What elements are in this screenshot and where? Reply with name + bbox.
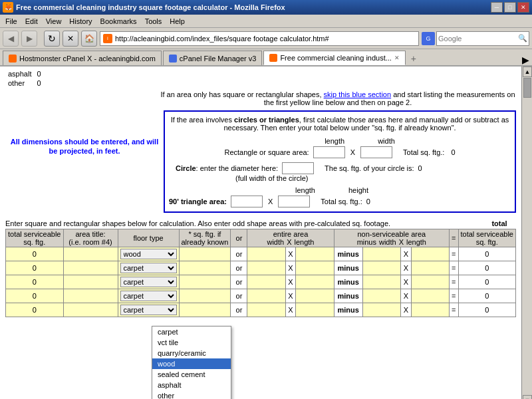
refresh-button[interactable]: ↻ — [44, 31, 60, 47]
row1-length-input[interactable] — [300, 248, 330, 260]
row4-ns-length[interactable] — [415, 290, 445, 302]
tab-label-0: Hostmonster cPanel X - acleaningbid.com — [19, 55, 156, 63]
row2-width[interactable] — [251, 262, 281, 274]
menu-edit[interactable]: Edit — [21, 16, 42, 27]
main-table: total serviceable sq. ftg. area title: (… — [5, 229, 516, 317]
row2-floor-select[interactable]: carpetvct tilequarry/ceramicwoodsealed c… — [120, 263, 177, 273]
row5-title-input[interactable] — [66, 304, 116, 316]
rect-width-input[interactable] — [360, 146, 392, 158]
dropdown-quarry-ceramic[interactable]: quarry/ceramic — [152, 348, 231, 358]
row4-sq-known[interactable] — [190, 290, 219, 302]
row2-ns-width[interactable] — [366, 262, 396, 274]
window-title: Free commercial cleaning industry square… — [16, 3, 285, 11]
row2-title-input[interactable] — [66, 262, 116, 274]
menu-bookmarks[interactable]: Bookmarks — [96, 16, 141, 27]
row1-floor-select[interactable]: carpet vct tile quarry/ceramic wood seal… — [120, 249, 177, 259]
row2-ns-length[interactable] — [415, 262, 445, 274]
dropdown-other[interactable]: other — [152, 390, 231, 399]
menu-help[interactable]: Help — [166, 16, 189, 27]
row3-total-input[interactable] — [19, 276, 49, 288]
row3-ns-width[interactable] — [366, 276, 396, 288]
asphalt-label: asphalt — [5, 69, 34, 78]
row3-floor-select[interactable]: carpetvct tilequarry/ceramicwoodsealed c… — [120, 277, 177, 287]
row5-sq-known[interactable] — [190, 304, 219, 316]
row1-ns-length-input[interactable] — [415, 248, 445, 260]
dropdown-wood[interactable]: wood — [152, 358, 231, 369]
row1-title-input[interactable] — [66, 248, 116, 260]
row1-sq-known-input[interactable] — [190, 248, 219, 260]
row1-result: 0 — [458, 247, 516, 261]
dropdown-carpet[interactable]: carpet — [152, 327, 231, 337]
row4-floor-select[interactable]: carpetvct tilequarry/ceramicwoodsealed c… — [120, 291, 177, 301]
row5-ns-length[interactable] — [415, 304, 445, 316]
row4-length[interactable] — [300, 290, 330, 302]
row3-width[interactable] — [251, 276, 281, 288]
forward-button[interactable]: ▶ — [21, 31, 37, 47]
search-input[interactable] — [438, 35, 518, 43]
row5-floor-select[interactable]: carpetvct tilequarry/ceramicwoodsealed c… — [120, 305, 177, 315]
row4-total-input[interactable] — [19, 290, 49, 302]
row5-total-input[interactable] — [19, 304, 49, 316]
tab-icon-2 — [269, 54, 277, 62]
scroll-up-button[interactable]: ▲ — [523, 66, 532, 77]
stop-button[interactable]: ✕ — [63, 31, 78, 47]
row1-ns-width-input[interactable] — [366, 248, 396, 260]
row1-eq: = — [450, 247, 458, 261]
row1-total-input[interactable] — [19, 248, 49, 260]
row3-length[interactable] — [300, 276, 330, 288]
search-icon[interactable]: 🔍 — [518, 34, 527, 43]
row2-total-input[interactable] — [19, 262, 49, 274]
menu-tools[interactable]: Tools — [141, 16, 166, 27]
menu-file[interactable]: File — [1, 16, 21, 27]
width-header: width — [378, 137, 395, 145]
row4-width[interactable] — [251, 290, 281, 302]
address-text[interactable]: http://acleaningbid.com/index_files/squa… — [115, 35, 329, 43]
row4-ns-width[interactable] — [366, 290, 396, 302]
scroll-down-button[interactable]: ▼ — [523, 395, 532, 399]
search-bar: 🔍 — [436, 31, 529, 46]
home-button[interactable]: 🏠 — [81, 31, 97, 47]
tab-0[interactable]: Hostmonster cPanel X - acleaningbid.com — [3, 51, 162, 65]
dropdown-vct-tile[interactable]: vct tile — [152, 337, 231, 348]
triangle-label: 90' triangle area: — [169, 198, 227, 205]
table-row: carpetvct tilequarry/ceramicwoodsealed c… — [6, 303, 516, 317]
scroll-track — [523, 77, 532, 395]
tab-scroll-right[interactable]: ▶ — [522, 55, 529, 65]
menu-view[interactable]: View — [42, 16, 66, 27]
row2-sq-known[interactable] — [190, 262, 219, 274]
info-section: If an area only has square or rectanglul… — [158, 90, 517, 106]
maximize-button[interactable]: □ — [504, 2, 516, 13]
dropdown-asphalt[interactable]: asphalt — [152, 380, 231, 390]
tab-icon-0 — [9, 55, 17, 63]
row3-sq-known[interactable] — [190, 276, 219, 288]
dropdown-sealed-cement[interactable]: sealed cement — [152, 369, 231, 380]
minimize-button[interactable]: ─ — [491, 2, 503, 13]
row1-width-input[interactable] — [251, 248, 281, 260]
tab-2[interactable]: Free commercial cleaning indust... ✕ — [263, 51, 406, 65]
length-header: length — [325, 137, 344, 145]
tab-close-2[interactable]: ✕ — [394, 55, 400, 61]
scroll-thumb[interactable] — [523, 78, 531, 98]
row2-length[interactable] — [300, 262, 330, 274]
table-header-area: Enter square and rectangular shapes belo… — [5, 219, 516, 227]
new-tab-button[interactable]: + — [407, 52, 420, 65]
rect-length-input[interactable] — [313, 146, 345, 158]
row4-title-input[interactable] — [66, 290, 116, 302]
skip-link[interactable]: skip this blue section — [324, 90, 392, 98]
row3-ns-length[interactable] — [415, 276, 445, 288]
row3-title-input[interactable] — [66, 276, 116, 288]
row5-width[interactable] — [251, 304, 281, 316]
row1-total — [6, 247, 64, 261]
tri-length-input[interactable] — [231, 196, 263, 207]
tri-height-input[interactable] — [278, 196, 310, 207]
close-button[interactable]: ✕ — [517, 2, 529, 13]
row5-length[interactable] — [300, 304, 330, 316]
tri-length-header: length — [295, 186, 315, 194]
tri-x-symbol: X — [268, 198, 273, 205]
circle-diameter-input[interactable] — [282, 162, 314, 174]
table-enter-text: Enter square and rectangular shapes belo… — [5, 219, 390, 227]
back-button[interactable]: ◀ — [3, 31, 19, 47]
menu-history[interactable]: History — [65, 16, 96, 27]
tab-1[interactable]: cPanel File Manager v3 — [163, 51, 263, 65]
row5-ns-width[interactable] — [366, 304, 396, 316]
